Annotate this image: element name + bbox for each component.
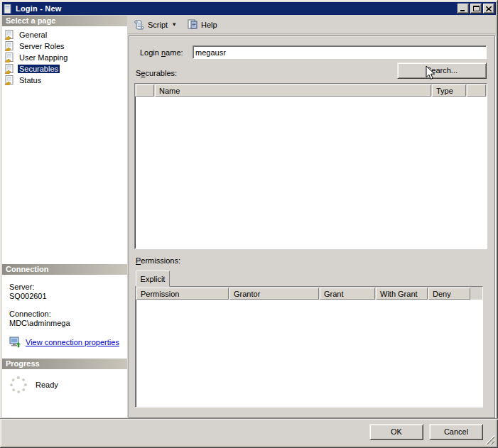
page-list: General Server Roles User Mapping xyxy=(2,26,127,264)
page-icon xyxy=(4,64,16,74)
cancel-button[interactable]: Cancel xyxy=(429,424,483,440)
view-connection-properties-link[interactable]: View connection properties xyxy=(26,338,119,347)
name-column-header[interactable]: Name xyxy=(155,84,431,97)
dialog-icon xyxy=(4,4,13,13)
server-label: Server: xyxy=(9,283,123,292)
connection-label: Connection: xyxy=(9,310,123,319)
securables-grid[interactable]: Name Type xyxy=(134,83,487,249)
sidebar-item-label: Status xyxy=(18,76,43,84)
chevron-down-icon[interactable]: ▼ xyxy=(171,21,177,28)
maximize-button[interactable] xyxy=(470,4,482,13)
select-a-page-header: Select a page xyxy=(2,16,127,26)
permissions-label: Permissions: xyxy=(136,256,180,265)
script-icon xyxy=(134,19,145,30)
sidebar-item-label: General xyxy=(18,31,48,39)
footer-divider xyxy=(0,418,498,419)
connection-panel: Server: SQ002601 Connection: MDC\adminme… xyxy=(2,275,127,359)
permissions-grid-header: Permission Grantor Grant With Grant Deny xyxy=(136,287,482,300)
script-button-label: Script xyxy=(148,21,168,29)
login-name-input[interactable] xyxy=(193,45,487,59)
help-button[interactable]: Help xyxy=(184,17,220,33)
permission-column-header[interactable]: Permission xyxy=(136,288,229,300)
connection-header: Connection xyxy=(2,264,127,275)
help-button-label: Help xyxy=(201,21,217,29)
sidebar-item-status[interactable]: Status xyxy=(2,75,127,86)
securables-grid-header: Name Type xyxy=(135,84,487,97)
help-icon xyxy=(187,19,198,30)
securables-page-content: Login name: Securables: Search... Name T… xyxy=(129,35,495,418)
progress-spinner-icon xyxy=(10,376,27,393)
page-icon xyxy=(4,75,16,85)
sidebar-item-server-roles[interactable]: Server Roles xyxy=(2,40,127,52)
sidebar-item-label: Server Roles xyxy=(18,42,66,50)
toolbar: Script ▼ Help xyxy=(128,16,495,34)
script-button[interactable]: Script ▼ xyxy=(131,17,180,33)
sidebar-item-securables[interactable]: Securables xyxy=(2,63,127,75)
window-title: Login - New xyxy=(16,4,456,13)
progress-status: Ready xyxy=(36,381,58,389)
search-button[interactable]: Search... xyxy=(397,62,487,79)
tab-explicit[interactable]: Explicit xyxy=(136,271,170,287)
spacer-column-header xyxy=(467,84,486,97)
titlebar[interactable]: Login - New xyxy=(2,2,496,15)
server-value: SQ002601 xyxy=(9,292,123,301)
minimize-icon xyxy=(460,6,466,11)
ok-button[interactable]: OK xyxy=(369,424,423,440)
progress-panel: Ready xyxy=(2,369,127,417)
page-icon xyxy=(4,53,16,62)
permissions-grid[interactable]: Permission Grantor Grant With Grant Deny xyxy=(135,286,483,408)
deny-column-header[interactable]: Deny xyxy=(428,288,470,300)
close-button[interactable] xyxy=(483,4,494,13)
close-icon xyxy=(486,6,492,11)
page-icon xyxy=(4,41,16,51)
maximize-icon xyxy=(473,6,480,11)
connection-properties-icon xyxy=(9,337,21,348)
login-name-label: Login name: xyxy=(140,48,183,57)
with-grant-column-header[interactable]: With Grant xyxy=(376,288,428,300)
sidebar-item-general[interactable]: General xyxy=(2,29,127,40)
sidebar-item-label: User Mapping xyxy=(18,53,69,62)
connection-value: MDC\adminmega xyxy=(9,319,123,328)
grantor-column-header[interactable]: Grantor xyxy=(229,288,319,300)
resize-grip[interactable] xyxy=(485,435,494,444)
sidebar-item-label: Securables xyxy=(18,65,60,73)
row-selector-column-header xyxy=(136,84,154,97)
securables-label: Securables: xyxy=(136,69,177,77)
minimize-button[interactable] xyxy=(458,4,469,13)
grant-column-header[interactable]: Grant xyxy=(320,288,375,300)
sidebar-item-user-mapping[interactable]: User Mapping xyxy=(2,52,127,63)
login-new-dialog: Login - New Select a page General xyxy=(0,0,498,448)
type-column-header[interactable]: Type xyxy=(432,84,466,97)
page-icon xyxy=(4,30,16,40)
header-filler xyxy=(471,288,482,300)
progress-header: Progress xyxy=(2,359,127,369)
